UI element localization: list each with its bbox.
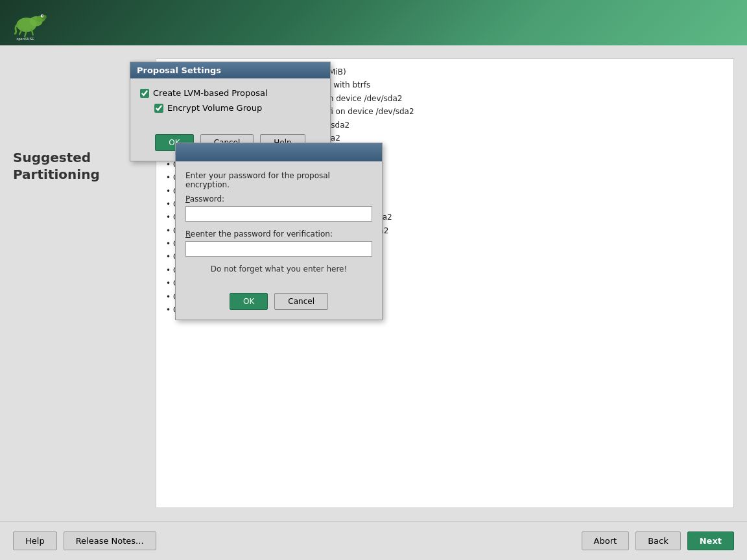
svg-text:openSUSE: openSUSE bbox=[17, 36, 35, 40]
encrypt-checkbox-row: Encrypt Volume Group bbox=[154, 103, 320, 113]
proposal-dialog-title: Proposal Settings bbox=[130, 62, 330, 78]
release-notes-button[interactable]: Release Notes... bbox=[64, 531, 156, 550]
back-button[interactable]: Back bbox=[635, 531, 681, 550]
logo-area: openSUSE bbox=[13, 5, 49, 41]
abort-button[interactable]: Abort bbox=[582, 531, 630, 550]
password-label: Password: bbox=[185, 194, 372, 204]
password-ok-button[interactable]: OK bbox=[230, 293, 268, 310]
help-button[interactable]: Help bbox=[13, 531, 57, 550]
password-hint: Do not forget what you enter here! bbox=[185, 264, 372, 274]
opensuse-logo: openSUSE bbox=[13, 5, 49, 41]
footer-left: Help Release Notes... bbox=[13, 531, 156, 550]
password-dialog-body: Enter your password for the proposal enc… bbox=[176, 161, 382, 290]
header: openSUSE bbox=[0, 0, 747, 45]
lvm-checkbox-row: Create LVM-based Proposal bbox=[140, 88, 320, 98]
lvm-checkbox-label: Create LVM-based Proposal bbox=[153, 88, 268, 98]
password-dialog: Enter your password for the proposal enc… bbox=[175, 143, 383, 320]
password-cancel-button[interactable]: Cancel bbox=[274, 293, 328, 310]
lvm-checkbox[interactable] bbox=[140, 89, 149, 98]
proposal-dialog-body: Create LVM-based Proposal Encrypt Volume… bbox=[130, 78, 330, 128]
reenter-label: Reenter the password for verification: bbox=[185, 229, 372, 239]
reenter-password-input[interactable] bbox=[185, 241, 372, 257]
password-prompt: Enter your password for the proposal enc… bbox=[185, 171, 372, 189]
footer: Help Release Notes... Abort Back Next bbox=[0, 521, 747, 560]
password-dialog-title bbox=[176, 143, 382, 161]
next-button[interactable]: Next bbox=[687, 531, 734, 550]
footer-right: Abort Back Next bbox=[582, 531, 734, 550]
password-dialog-buttons: OK Cancel bbox=[176, 290, 382, 320]
encrypt-checkbox[interactable] bbox=[154, 104, 163, 113]
svg-point-5 bbox=[42, 15, 43, 16]
password-input[interactable] bbox=[185, 206, 372, 222]
encrypt-checkbox-label: Encrypt Volume Group bbox=[167, 103, 262, 113]
